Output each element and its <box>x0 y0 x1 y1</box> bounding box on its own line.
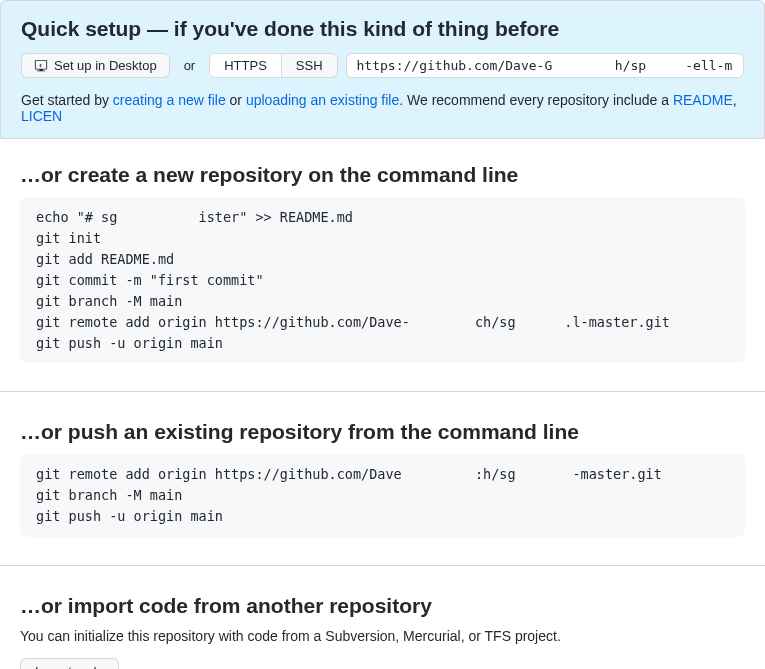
import-code-button[interactable]: Import code <box>20 658 119 669</box>
quick-setup-panel: Quick setup — if you've done this kind o… <box>0 0 765 139</box>
quick-setup-help: Get started by creating a new file or up… <box>21 92 744 124</box>
or-text: or <box>178 58 202 73</box>
import-repo-section: …or import code from another repository … <box>0 594 765 669</box>
create-repo-heading: …or create a new repository on the comma… <box>20 163 745 187</box>
import-repo-heading: …or import code from another repository <box>20 594 745 618</box>
divider <box>0 565 765 566</box>
help-comma: , <box>733 92 737 108</box>
push-existing-heading: …or push an existing repository from the… <box>20 420 745 444</box>
setup-desktop-button[interactable]: Set up in Desktop <box>21 53 170 78</box>
quick-setup-heading: Quick setup — if you've done this kind o… <box>21 17 744 41</box>
create-repo-code[interactable]: echo "# sg ister" >> README.md git init … <box>20 197 745 363</box>
create-repo-section: …or create a new repository on the comma… <box>0 163 765 363</box>
desktop-icon <box>34 59 48 73</box>
help-mid: or <box>226 92 246 108</box>
setup-desktop-label: Set up in Desktop <box>54 58 157 73</box>
protocol-group: HTTPS SSH <box>209 53 337 78</box>
license-link[interactable]: LICEN <box>21 108 62 124</box>
setup-row: Set up in Desktop or HTTPS SSH <box>21 53 744 78</box>
https-button[interactable]: HTTPS <box>209 53 281 78</box>
help-suffix: . We recommend every repository include … <box>399 92 673 108</box>
import-repo-desc: You can initialize this repository with … <box>20 628 745 644</box>
upload-file-link[interactable]: uploading an existing file <box>246 92 399 108</box>
help-prefix: Get started by <box>21 92 113 108</box>
push-existing-code[interactable]: git remote add origin https://github.com… <box>20 454 745 537</box>
divider <box>0 391 765 392</box>
create-file-link[interactable]: creating a new file <box>113 92 226 108</box>
clone-url-input[interactable] <box>346 53 744 78</box>
ssh-button[interactable]: SSH <box>281 53 338 78</box>
push-existing-section: …or push an existing repository from the… <box>0 420 765 537</box>
readme-link[interactable]: README <box>673 92 733 108</box>
